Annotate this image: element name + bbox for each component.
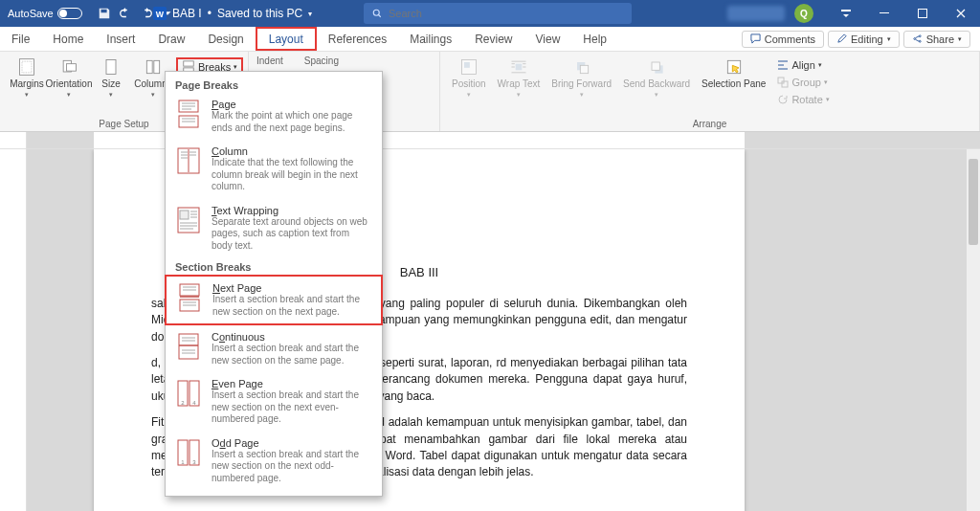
editing-button[interactable]: Editing ▾	[828, 31, 900, 48]
word-icon: W	[153, 7, 167, 20]
tab-home[interactable]: Home	[41, 27, 95, 51]
caret-down-icon: ▾	[887, 35, 891, 43]
menu-item-continuous[interactable]: ContinuousInsert a section break and sta…	[166, 325, 382, 372]
svg-rect-3	[841, 10, 851, 11]
horizontal-ruler[interactable]	[0, 132, 980, 149]
svg-rect-21	[652, 62, 659, 70]
tab-file[interactable]: File	[0, 27, 41, 51]
menu-item-next-page[interactable]: Next PageInsert a section break and star…	[165, 275, 383, 325]
position-button: Position▾	[448, 56, 490, 100]
tab-help[interactable]: Help	[571, 27, 618, 51]
svg-rect-9	[67, 64, 77, 72]
wrap-text-icon	[509, 57, 528, 77]
ribbon-options-icon[interactable]	[827, 0, 865, 27]
orientation-button[interactable]: Orientation▾	[50, 56, 88, 100]
orientation-icon	[59, 57, 78, 77]
svg-point-2	[373, 10, 379, 15]
search-icon	[371, 8, 383, 19]
maximize-button[interactable]	[903, 0, 942, 27]
position-icon	[459, 57, 479, 77]
share-icon	[912, 33, 923, 44]
breaks-dropdown: Page Breaks PPageageMark the point at wh…	[165, 71, 383, 497]
tab-review[interactable]: Review	[463, 27, 523, 51]
comments-button[interactable]: Comments	[742, 31, 824, 48]
wrap-text-button: Wrap Text▾	[494, 56, 545, 100]
svg-rect-23	[778, 78, 784, 83]
svg-rect-12	[154, 60, 160, 73]
svg-rect-10	[106, 60, 116, 75]
autosave-label: AutoSave	[8, 8, 54, 19]
title-caret-icon[interactable]: ▾	[308, 10, 312, 18]
title-sep: •	[208, 7, 212, 20]
margins-button[interactable]: Margins▾	[8, 56, 46, 100]
document-name: BAB I	[172, 7, 202, 20]
caret-down-icon: ▾	[958, 35, 962, 43]
page-break-icon	[175, 99, 202, 129]
svg-rect-19	[580, 65, 588, 73]
menu-item-odd-page[interactable]: 13 Odd PageInsert a section break and st…	[166, 432, 382, 491]
window-title: W BAB I • Saved to this PC ▾	[153, 7, 312, 20]
pencil-icon	[836, 33, 847, 44]
tab-design[interactable]: Design	[196, 27, 255, 51]
margins-icon	[17, 57, 36, 77]
selection-pane-button[interactable]: Selection Pane	[698, 56, 769, 91]
group-button: Group▾	[773, 75, 833, 90]
close-button[interactable]	[942, 0, 980, 27]
text-wrapping-icon	[175, 205, 202, 235]
menu-item-text-wrapping-break[interactable]: Text WrappingSeparate text around object…	[166, 199, 382, 258]
svg-rect-29	[180, 211, 189, 219]
ribbon: Margins▾ Orientation▾ Size▾ Columns▾ Bre…	[0, 52, 980, 132]
toggle-off-icon[interactable]	[57, 8, 82, 19]
tab-view[interactable]: View	[524, 27, 572, 51]
send-backward-icon	[647, 57, 666, 77]
tab-references[interactable]: References	[317, 27, 398, 51]
tab-insert[interactable]: Insert	[95, 27, 146, 51]
document-area: LETAKKAN KURSOR DI DEPAN BAB III salah s…	[0, 149, 980, 511]
vertical-scrollbar[interactable]	[967, 149, 980, 511]
svg-rect-11	[146, 60, 152, 73]
menu-item-page-break[interactable]: PPageageMark the point at which one page…	[166, 93, 382, 140]
group-icon	[777, 77, 789, 88]
autosave-toggle[interactable]: AutoSave	[8, 8, 82, 19]
continuous-icon	[175, 331, 202, 362]
size-button[interactable]: Size▾	[92, 56, 130, 100]
align-button[interactable]: Align▾	[773, 57, 833, 73]
spacing-label: Spacing	[304, 56, 377, 66]
svg-rect-17	[516, 64, 523, 71]
saved-status: Saved to this PC	[217, 7, 302, 20]
ribbon-tabs: File Home Insert Draw Design Layout Refe…	[0, 27, 980, 52]
columns-icon	[144, 57, 163, 77]
minimize-button[interactable]	[865, 0, 903, 27]
redo-icon[interactable]	[140, 7, 153, 20]
indent-label: Indent	[256, 56, 283, 66]
svg-rect-13	[184, 61, 194, 66]
account-name-blurred	[727, 6, 785, 21]
bring-forward-icon	[572, 57, 591, 77]
search-box[interactable]	[364, 3, 632, 24]
save-icon[interactable]	[98, 7, 111, 20]
svg-rect-16	[464, 62, 470, 68]
caret-down-icon: ▾	[234, 63, 237, 71]
avatar[interactable]: Q	[794, 4, 813, 23]
size-icon	[101, 57, 121, 77]
title-bar: AutoSave W BAB I • Saved to this PC ▾ Q	[0, 0, 980, 27]
undo-icon[interactable]	[119, 7, 132, 20]
menu-item-even-page[interactable]: 24 Even PageInsert a section break and s…	[166, 372, 382, 432]
section-section-breaks: Section Breaks	[166, 257, 382, 275]
svg-rect-4	[880, 12, 889, 13]
send-backward-button: Send Backward▾	[619, 56, 694, 100]
scrollbar-thumb[interactable]	[969, 159, 978, 245]
tab-layout[interactable]: Layout	[256, 27, 317, 51]
vertical-ruler[interactable]	[0, 149, 27, 511]
selection-pane-icon	[724, 57, 744, 77]
search-input[interactable]	[389, 8, 624, 19]
tab-draw[interactable]: Draw	[146, 27, 196, 51]
share-button[interactable]: Share ▾	[903, 31, 970, 48]
next-page-icon	[176, 282, 203, 313]
rotate-button: Rotate▾	[773, 92, 833, 107]
rotate-icon	[777, 94, 789, 105]
svg-text:W: W	[156, 10, 165, 19]
menu-item-column-break[interactable]: ColumnIndicate that the text following t…	[166, 140, 382, 199]
svg-rect-24	[782, 81, 788, 87]
tab-mailings[interactable]: Mailings	[398, 27, 463, 51]
